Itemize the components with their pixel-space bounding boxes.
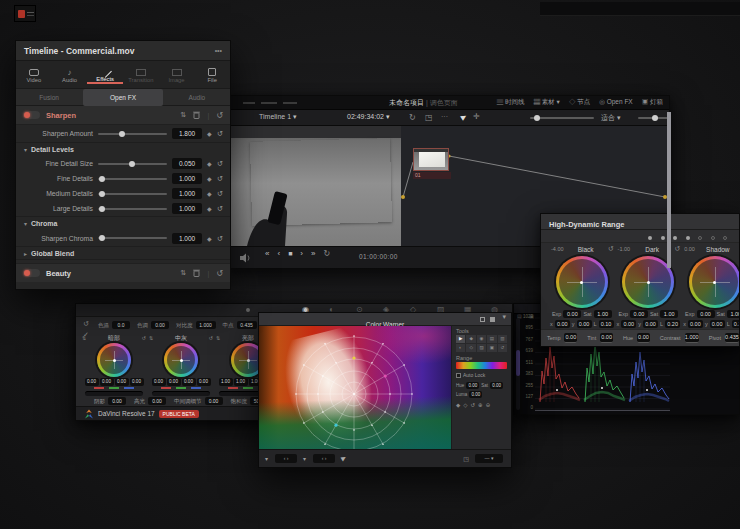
hdr-color-wheel[interactable]: [556, 256, 608, 308]
tint-field[interactable]: 0.00: [600, 333, 613, 343]
warper-mesh[interactable]: [259, 326, 453, 451]
reset-icon[interactable]: ↺: [217, 129, 223, 138]
toolbar-clips[interactable]: ▦ 素材 ▾: [533, 98, 559, 107]
more-icon[interactable]: ···: [441, 113, 448, 120]
sharpen-chroma-slider[interactable]: [98, 237, 167, 239]
pen-tool[interactable]: ◆: [466, 335, 475, 343]
subtab-audio[interactable]: Audio: [164, 89, 230, 106]
pivot-field[interactable]: 0.435: [237, 321, 257, 329]
keyframe-icon[interactable]: ◆: [207, 160, 212, 167]
pointer-tool[interactable]: ▶: [456, 335, 465, 343]
reset-icon[interactable]: ↺: [674, 245, 680, 253]
zoom-icon[interactable]: ◳: [463, 455, 469, 462]
fine-details-field[interactable]: 1.000: [172, 173, 202, 184]
delete-point-icon[interactable]: ⊖: [486, 402, 491, 408]
exp-field[interactable]: 0.00: [697, 310, 715, 318]
zone-dot[interactable]: [711, 236, 715, 240]
cursor-tool-icon[interactable]: ▶: [459, 112, 468, 122]
tint-field[interactable]: 0.00: [151, 321, 169, 329]
sharpen-amount-slider[interactable]: [98, 133, 167, 135]
rgb-value[interactable]: 0.00: [167, 378, 181, 386]
sharpen-toggle[interactable]: [23, 111, 40, 119]
undo-icon[interactable]: ↺: [78, 320, 94, 328]
fine-detail-size-slider[interactable]: [98, 163, 167, 165]
exp-field[interactable]: 0.00: [563, 310, 581, 318]
toolbar-timeline[interactable]: ▤ 时间线: [497, 98, 525, 107]
zone-dot[interactable]: [661, 236, 665, 240]
rgb-value[interactable]: 0.00: [115, 378, 129, 386]
zone-dot[interactable]: [686, 236, 690, 240]
highlight-field[interactable]: 0.00: [148, 397, 166, 405]
subtab-openfx[interactable]: Open FX: [83, 89, 163, 106]
zone-dot[interactable]: [673, 236, 677, 240]
viewer-image[interactable]: [229, 126, 401, 246]
toolbar-nodes[interactable]: ◇ 节点: [569, 98, 590, 107]
l-field[interactable]: 0.30: [732, 320, 740, 328]
section-chroma[interactable]: ▾ Chroma: [16, 216, 230, 230]
grid-mode-icon[interactable]: ▾: [303, 455, 306, 462]
subtab-fusion[interactable]: Fusion: [16, 89, 82, 106]
beauty-label[interactable]: Beauty: [46, 269, 181, 278]
temp-field[interactable]: 0.0: [112, 321, 130, 329]
l-field[interactable]: 0.20: [665, 320, 680, 328]
tab-audio[interactable]: ♪ Audio: [52, 67, 88, 83]
warper-canvas[interactable]: [259, 326, 453, 451]
corrector-node[interactable]: [413, 148, 449, 171]
skip-forward-button[interactable]: »: [311, 249, 315, 258]
invert-icon[interactable]: ⊕: [478, 402, 483, 408]
sat-field[interactable]: 1.00: [594, 310, 612, 318]
freeze-tool[interactable]: ▨: [477, 344, 486, 352]
zone-range-value[interactable]: -4.00: [551, 246, 564, 252]
pin-tool[interactable]: ◉: [477, 335, 486, 343]
hdr-titlebar[interactable]: High-Dynamic Range: [541, 214, 739, 230]
tab-video[interactable]: Video: [16, 66, 52, 83]
edit-point-icon[interactable]: ◆: [456, 402, 460, 408]
speaker-icon[interactable]: [239, 253, 251, 263]
temp-field[interactable]: 0.00: [564, 333, 577, 343]
playback-slider[interactable]: [530, 117, 594, 119]
y-field[interactable]: 0.00: [577, 320, 592, 328]
keyframe-icon[interactable]: ◆: [207, 205, 212, 212]
rgb-value[interactable]: 0.00: [197, 378, 211, 386]
rgb-value[interactable]: 0.00: [100, 378, 114, 386]
sat-field[interactable]: 1.00: [727, 310, 740, 318]
row-tool[interactable]: ▤: [487, 335, 496, 343]
zone-dot[interactable]: [698, 236, 702, 240]
step-back-button[interactable]: ‹: [277, 249, 280, 258]
reorder-icon[interactable]: ⇅: [181, 269, 187, 277]
reset-icon[interactable]: ↺: [608, 245, 614, 253]
large-details-field[interactable]: 1.000: [172, 203, 202, 214]
dock-icon[interactable]: [480, 317, 485, 322]
trash-icon[interactable]: [193, 269, 200, 277]
grab-tool-icon[interactable]: ✛: [473, 112, 480, 121]
zoom-fit-select[interactable]: 适合 ▾: [601, 113, 620, 123]
contrast-field[interactable]: 1.000: [196, 321, 216, 329]
pivot-field[interactable]: 0.435: [725, 333, 739, 343]
timeline-select[interactable]: Timeline 1 ▾: [259, 113, 297, 121]
magnet-tool[interactable]: ◇: [466, 344, 475, 352]
keyframe-icon[interactable]: ◆: [207, 235, 212, 242]
medium-details-field[interactable]: 1.000: [172, 188, 202, 199]
inspector-titlebar[interactable]: Timeline - Commercial.mov •••: [16, 41, 230, 61]
sharpen-label[interactable]: Sharpen: [46, 111, 181, 120]
reorder-icon[interactable]: ⇅: [181, 111, 187, 119]
sat-field[interactable]: 1.00: [660, 310, 678, 318]
reset-icon[interactable]: ↺: [217, 234, 223, 243]
draw-mode-icon[interactable]: ▶: [340, 453, 348, 461]
large-details-slider[interactable]: [98, 208, 167, 210]
rgb-value[interactable]: 0.00: [152, 378, 166, 386]
reset-icon[interactable]: ↺: [209, 335, 213, 341]
y-field[interactable]: 0.00: [710, 320, 725, 328]
x-field[interactable]: 0.00: [621, 320, 636, 328]
zoom-slider[interactable]: [638, 117, 670, 119]
y-field[interactable]: 0.00: [643, 320, 658, 328]
zone-dot[interactable]: [723, 236, 727, 240]
trash-icon[interactable]: [193, 111, 200, 119]
rgb-value[interactable]: 0.00: [130, 378, 144, 386]
loop-icon[interactable]: ↻: [409, 113, 416, 122]
mesh-density-select[interactable]: ‹ ›: [275, 454, 297, 463]
reset-point-icon[interactable]: ↺: [470, 402, 475, 408]
smooth-tool[interactable]: ◐: [456, 344, 465, 352]
zoom-level-select[interactable]: — ▾: [475, 454, 503, 463]
warper-titlebar[interactable]: Color Warper ▾: [259, 313, 511, 326]
